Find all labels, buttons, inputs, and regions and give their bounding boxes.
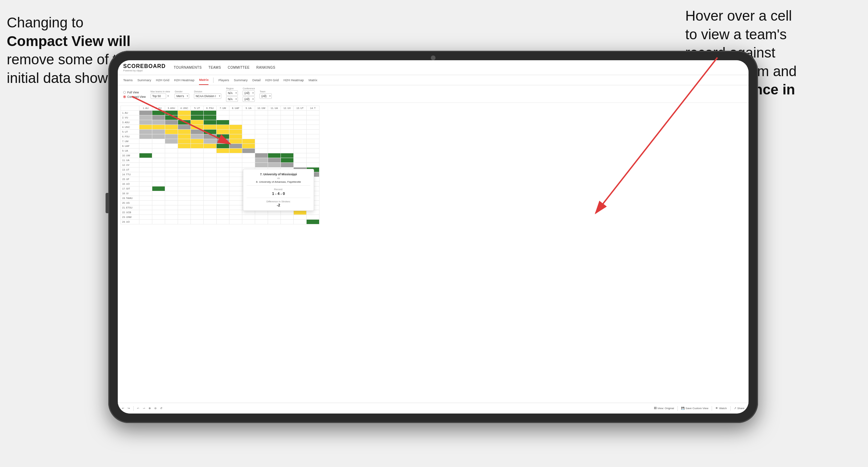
matrix-cell[interactable] — [165, 205, 178, 210]
matrix-cell[interactable] — [307, 220, 319, 224]
matrix-cell[interactable] — [204, 111, 217, 115]
matrix-cell[interactable] — [191, 163, 204, 168]
matrix-cell[interactable] — [165, 220, 178, 224]
matrix-cell[interactable] — [165, 115, 178, 120]
matrix-cell[interactable] — [281, 111, 294, 115]
tab-h2h-heatmap-right[interactable]: H2H Heatmap — [284, 75, 304, 85]
matrix-cell[interactable] — [217, 153, 229, 158]
matrix-cell[interactable] — [152, 168, 165, 172]
matrix-cell[interactable] — [178, 120, 191, 125]
matrix-cell[interactable] — [255, 149, 268, 153]
matrix-cell[interactable] — [178, 215, 191, 220]
matrix-cell[interactable] — [152, 125, 165, 130]
matrix-cell[interactable] — [281, 134, 294, 139]
matrix-cell[interactable] — [242, 125, 255, 130]
matrix-cell[interactable] — [229, 191, 242, 196]
matrix-cell[interactable] — [229, 144, 242, 149]
matrix-cell[interactable] — [268, 139, 281, 144]
matrix-cell[interactable] — [165, 125, 178, 130]
view-original-btn[interactable]: 🖼 View: Original — [654, 407, 674, 410]
matrix-cell[interactable] — [307, 158, 319, 163]
matrix-cell[interactable] — [204, 186, 217, 191]
matrix-cell[interactable] — [152, 205, 165, 210]
matrix-cell[interactable] — [217, 191, 229, 196]
matrix-cell[interactable] — [307, 153, 319, 158]
matrix-cell[interactable] — [242, 215, 255, 220]
matrix-cell[interactable] — [204, 125, 217, 130]
matrix-cell[interactable] — [178, 220, 191, 224]
matrix-cell[interactable] — [191, 172, 204, 177]
matrix-cell[interactable] — [294, 163, 307, 168]
tab-h2h-grid-right[interactable]: H2H Grid — [265, 75, 279, 85]
matrix-cell[interactable] — [294, 220, 307, 224]
matrix-cell[interactable] — [268, 149, 281, 153]
matrix-cell[interactable] — [268, 115, 281, 120]
tab-teams[interactable]: Teams — [123, 75, 133, 85]
matrix-cell[interactable] — [165, 139, 178, 144]
matrix-cell[interactable] — [139, 210, 152, 215]
tool-1[interactable]: ⤺ — [137, 407, 139, 410]
matrix-cell[interactable] — [307, 144, 319, 149]
matrix-cell[interactable] — [204, 153, 217, 158]
matrix-cell[interactable] — [165, 196, 178, 201]
matrix-cell[interactable] — [204, 120, 217, 125]
matrix-cell[interactable] — [229, 130, 242, 134]
matrix-cell[interactable] — [217, 220, 229, 224]
matrix-cell[interactable] — [229, 163, 242, 168]
matrix-cell[interactable] — [139, 220, 152, 224]
matrix-cell[interactable] — [217, 196, 229, 201]
radio-compact-view[interactable]: Compact View — [123, 95, 146, 98]
matrix-cell[interactable] — [281, 139, 294, 144]
matrix-cell[interactable] — [217, 120, 229, 125]
matrix-cell[interactable] — [255, 215, 268, 220]
matrix-cell[interactable] — [229, 153, 242, 158]
matrix-cell[interactable] — [204, 215, 217, 220]
matrix-cell[interactable] — [229, 182, 242, 186]
matrix-cell[interactable] — [229, 134, 242, 139]
matrix-cell[interactable] — [229, 210, 242, 215]
matrix-cell[interactable] — [152, 163, 165, 168]
undo-btn[interactable]: ↩ — [122, 407, 124, 410]
matrix-cell[interactable] — [191, 139, 204, 144]
matrix-cell[interactable] — [204, 115, 217, 120]
matrix-cell[interactable] — [178, 177, 191, 182]
matrix-cell[interactable] — [294, 144, 307, 149]
matrix-cell[interactable] — [139, 168, 152, 172]
tab-matrix-right[interactable]: Matrix — [309, 75, 317, 85]
matrix-cell[interactable] — [139, 125, 152, 130]
matrix-cell[interactable] — [229, 149, 242, 153]
matrix-cell[interactable] — [178, 205, 191, 210]
matrix-cell[interactable] — [268, 130, 281, 134]
matrix-cell[interactable] — [191, 182, 204, 186]
matrix-cell[interactable] — [255, 120, 268, 125]
matrix-cell[interactable] — [152, 120, 165, 125]
matrix-cell[interactable] — [139, 144, 152, 149]
matrix-cell[interactable] — [178, 201, 191, 205]
matrix-cell[interactable] — [139, 158, 152, 163]
matrix-cell[interactable] — [204, 196, 217, 201]
matrix-cell[interactable] — [152, 177, 165, 182]
matrix-cell[interactable] — [255, 139, 268, 144]
matrix-cell[interactable] — [191, 149, 204, 153]
matrix-cell[interactable] — [178, 111, 191, 115]
matrix-cell[interactable] — [294, 111, 307, 115]
matrix-cell[interactable] — [281, 115, 294, 120]
matrix-cell[interactable] — [229, 201, 242, 205]
matrix-cell[interactable] — [281, 215, 294, 220]
matrix-cell[interactable] — [229, 186, 242, 191]
matrix-cell[interactable] — [191, 191, 204, 196]
matrix-cell[interactable] — [229, 120, 242, 125]
gender-select[interactable]: Men's — [175, 93, 189, 99]
matrix-cell[interactable] — [139, 130, 152, 134]
share-btn[interactable]: ↗ Share — [734, 407, 744, 410]
matrix-cell[interactable] — [229, 115, 242, 120]
matrix-cell[interactable] — [152, 111, 165, 115]
matrix-cell[interactable] — [294, 134, 307, 139]
matrix-cell[interactable] — [229, 196, 242, 201]
matrix-cell[interactable] — [191, 130, 204, 134]
matrix-cell[interactable] — [152, 191, 165, 196]
matrix-cell[interactable] — [152, 220, 165, 224]
redo-btn[interactable]: ↪ — [128, 407, 130, 410]
matrix-cell[interactable] — [294, 153, 307, 158]
matrix-cell[interactable] — [294, 115, 307, 120]
